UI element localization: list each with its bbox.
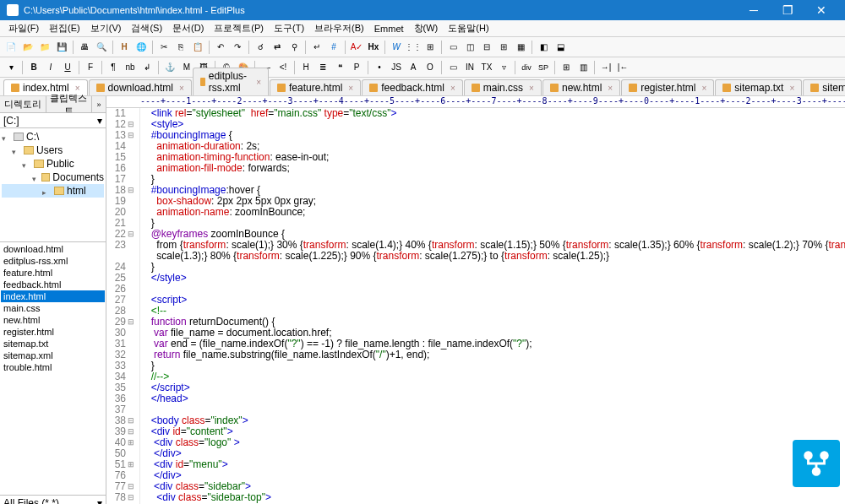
div-icon[interactable]: div: [519, 60, 534, 75]
span-icon[interactable]: SP: [536, 60, 551, 75]
file-item[interactable]: main.css: [1, 302, 105, 314]
indent-icon[interactable]: →|: [598, 60, 613, 75]
code-content[interactable]: <link rel="stylesheet" href="main.css" t…: [140, 108, 845, 504]
window3-icon[interactable]: ⊟: [479, 40, 494, 55]
tab-cliptext[interactable]: 클립텍스트: [46, 96, 93, 112]
outdent-icon[interactable]: |←: [615, 60, 630, 75]
window4-icon[interactable]: ⊞: [496, 40, 511, 55]
file-item[interactable]: download.html: [1, 243, 105, 255]
print-icon[interactable]: 🖶: [77, 40, 92, 55]
doc-tab[interactable]: main.css×: [464, 79, 542, 95]
tab-close-icon[interactable]: ×: [529, 84, 534, 93]
output-icon[interactable]: ⬓: [553, 40, 568, 55]
code-line[interactable]: </script>: [145, 382, 845, 393]
find-files-icon[interactable]: ⚲: [286, 40, 302, 55]
open-remote-icon[interactable]: 📁: [37, 40, 52, 55]
replace-icon[interactable]: ⇄: [270, 40, 285, 55]
anchor-icon[interactable]: ⚓: [162, 60, 177, 75]
in-icon[interactable]: IN: [462, 60, 477, 75]
cut-icon[interactable]: ✂: [156, 40, 172, 55]
tree-node[interactable]: html: [2, 184, 104, 198]
obj-icon[interactable]: O: [422, 60, 438, 75]
fold-marker[interactable]: ⊞: [128, 459, 134, 470]
wordwrap-icon[interactable]: W: [389, 40, 404, 55]
menu-item[interactable]: 브라우저(B): [309, 20, 369, 36]
italic-icon[interactable]: I: [43, 60, 58, 75]
tab-directory[interactable]: 디렉토리: [0, 96, 46, 112]
fold-marker[interactable]: ⊟: [128, 492, 134, 503]
menu-item[interactable]: 문서(D): [167, 20, 209, 36]
fold-marker[interactable]: ⊟: [128, 317, 134, 328]
fold-icon[interactable]: ⊞: [422, 40, 438, 55]
tab-close-icon[interactable]: ×: [702, 84, 707, 93]
expand-icon[interactable]: [42, 186, 52, 196]
table-icon[interactable]: ⊞: [559, 60, 574, 75]
line-num-icon[interactable]: #: [326, 40, 341, 55]
pre-icon[interactable]: P: [349, 60, 364, 75]
code-line[interactable]: </style>: [145, 273, 845, 284]
form-icon[interactable]: ▭: [445, 60, 461, 75]
code-line[interactable]: //-->: [145, 371, 845, 382]
expand-icon[interactable]: [12, 145, 22, 155]
code-line[interactable]: }: [145, 360, 845, 371]
doc-tab[interactable]: sitemap.txt×: [715, 79, 802, 95]
tab-close-icon[interactable]: ×: [348, 84, 353, 93]
tree-node[interactable]: C:\: [2, 130, 104, 144]
file-item[interactable]: feedback.html: [1, 279, 105, 290]
code-line[interactable]: return file_name.substring(file_name.las…: [145, 350, 845, 360]
script-icon[interactable]: JS: [389, 60, 404, 75]
expand-icon[interactable]: [2, 132, 12, 142]
nbsp-icon[interactable]: nb: [123, 60, 138, 75]
code-line[interactable]: animation-fill-mode: forwards;: [145, 163, 845, 174]
fold-marker[interactable]: ⊟: [128, 130, 134, 141]
sel-icon[interactable]: ▿: [496, 60, 511, 75]
file-item[interactable]: register.html: [1, 326, 105, 338]
tab-close-icon[interactable]: ×: [179, 84, 184, 93]
underline-icon[interactable]: U: [60, 60, 75, 75]
window1-icon[interactable]: ▭: [445, 40, 461, 55]
doc-tab[interactable]: download.html×: [89, 79, 192, 95]
file-item[interactable]: editplus-rss.xml: [1, 255, 105, 267]
code-line[interactable]: <div id="content">: [145, 426, 845, 437]
fold-marker[interactable]: ⊞: [128, 437, 134, 448]
file-item[interactable]: sitemap.txt: [1, 338, 105, 350]
quote-icon[interactable]: ❝: [332, 60, 347, 75]
fold-marker[interactable]: ⊟: [128, 415, 134, 426]
doc-tab[interactable]: editplus-rss.xml×: [193, 68, 269, 95]
menu-item[interactable]: 도구(T): [269, 20, 309, 36]
file-filter[interactable]: All Files (*.*)▾: [0, 495, 106, 504]
file-item[interactable]: feature.html: [1, 267, 105, 279]
tree-node[interactable]: Public: [2, 157, 104, 171]
preview-icon[interactable]: 🔍: [94, 40, 109, 55]
code-line[interactable]: <body class="index">: [145, 415, 845, 426]
save-icon[interactable]: 💾: [54, 40, 69, 55]
menu-item[interactable]: Emmet: [369, 22, 409, 35]
code-area[interactable]: 1112⊟13⊟1415161718⊟19202122⊟232425262728…: [106, 108, 845, 504]
menu-item[interactable]: 파일(F): [3, 20, 44, 36]
code-line[interactable]: [145, 284, 845, 295]
tab-close-icon[interactable]: ×: [608, 84, 613, 93]
code-line[interactable]: </div>: [145, 448, 845, 459]
undo-icon[interactable]: ↶: [213, 40, 228, 55]
bold-icon[interactable]: B: [26, 60, 41, 75]
expand-icon[interactable]: [22, 159, 32, 169]
file-item[interactable]: new.html: [1, 314, 105, 326]
file-item[interactable]: sitemap.xml: [1, 350, 105, 361]
redo-icon[interactable]: ↷: [230, 40, 245, 55]
tree-node[interactable]: Documents: [2, 171, 104, 184]
fold-marker[interactable]: ⊟: [128, 481, 134, 492]
code-line[interactable]: <link rel="stylesheet" href="main.css" t…: [145, 108, 845, 119]
drive-selector[interactable]: [C:]▾: [0, 113, 106, 128]
heading-icon[interactable]: Hx: [366, 40, 381, 55]
minimize-button[interactable]: ─: [737, 3, 771, 17]
file-item[interactable]: index.html: [1, 290, 105, 302]
new-icon[interactable]: 📄: [3, 40, 19, 55]
tab-close-icon[interactable]: ×: [450, 84, 455, 93]
code-line[interactable]: animation-name: zoomInBounce;: [145, 207, 845, 218]
menu-item[interactable]: 도움말(H): [443, 20, 493, 36]
doc-tab[interactable]: register.html×: [621, 79, 714, 95]
code-line[interactable]: }: [145, 262, 845, 273]
doc-tab[interactable]: feature.html×: [270, 79, 361, 95]
tab-close-icon[interactable]: ×: [256, 78, 261, 87]
close-button[interactable]: ✕: [804, 3, 838, 17]
